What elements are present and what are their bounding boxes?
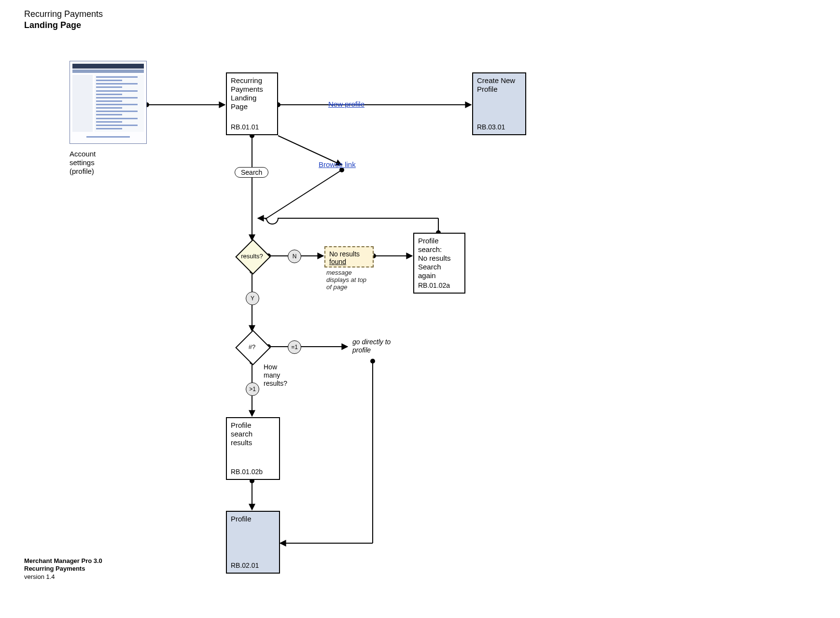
- badge-gt1: >1: [246, 382, 259, 396]
- note-caption: message displays at top of page: [326, 269, 366, 291]
- edge-label-browse-link: Browse link: [319, 160, 356, 169]
- decision-results-label: results?: [237, 240, 267, 271]
- svg-line-8: [265, 170, 342, 219]
- node-search-results: Profile search results RB.01.02b: [226, 417, 280, 480]
- decision-count-caption: How many results?: [264, 363, 287, 387]
- flow-diagram-canvas: Recurring Payments Landing Page Merchant…: [0, 0, 840, 618]
- node-landing-page: Recurring Payments Landing Page RB.01.01: [226, 72, 278, 135]
- badge-yes: Y: [246, 292, 259, 305]
- decision-count-label: #?: [237, 331, 267, 362]
- node-no-results-id: RB.01.02a: [418, 281, 450, 290]
- decision-results: results?: [237, 240, 267, 271]
- page-title-block: Recurring Payments Landing Page: [24, 9, 103, 30]
- badge-eq1: =1: [288, 340, 301, 354]
- footer-line3: version 1.4: [24, 573, 102, 581]
- svg-point-21: [370, 359, 375, 364]
- page-footer-block: Merchant Manager Pro 3.0 Recurring Payme…: [24, 557, 102, 581]
- label-go-directly: go directly to profile: [352, 338, 391, 354]
- edge-label-new-profile: New profile: [328, 100, 364, 108]
- node-profile: Profile RB.02.01: [226, 511, 280, 574]
- account-settings-thumbnail: [70, 61, 147, 144]
- decision-count: #?: [237, 331, 267, 362]
- node-create-profile-id: RB.03.01: [477, 123, 505, 131]
- node-search-results-id: RB.01.02b: [231, 468, 263, 476]
- footer-line1: Merchant Manager Pro 3.0: [24, 557, 102, 565]
- page-title-line1: Recurring Payments: [24, 9, 103, 20]
- note-no-results: No results found: [324, 246, 374, 267]
- node-profile-id: RB.02.01: [231, 562, 259, 570]
- badge-no: N: [288, 250, 301, 263]
- node-create-new-profile: Create New Profile RB.03.01: [472, 72, 526, 135]
- thumbnail-caption: Account settings (profile): [70, 150, 96, 176]
- page-title-line2: Landing Page: [24, 20, 103, 31]
- node-no-results-page: Profile search: No results Search again …: [413, 233, 465, 294]
- search-action-pill: Search: [235, 167, 268, 178]
- footer-line2: Recurring Payments: [24, 565, 102, 573]
- node-landing-id: RB.01.01: [231, 123, 259, 131]
